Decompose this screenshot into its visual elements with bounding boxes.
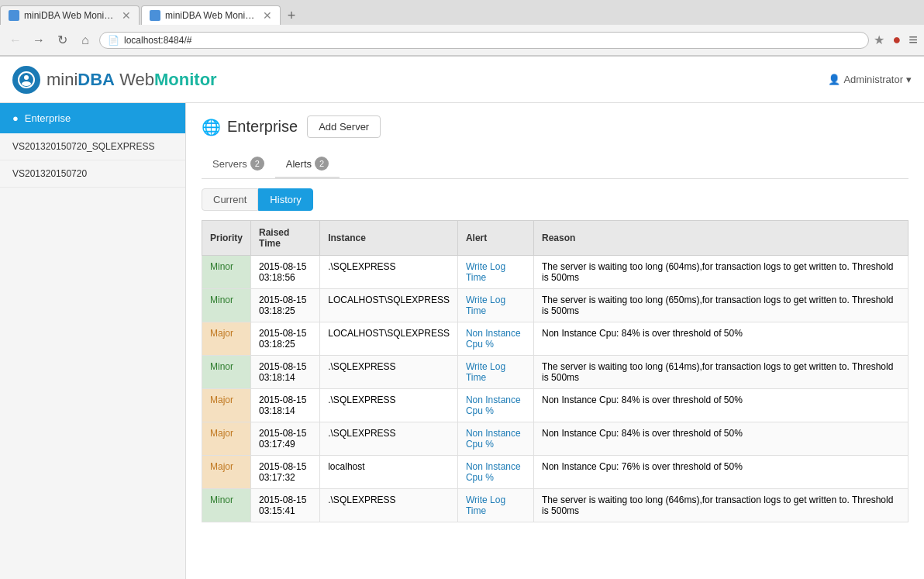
- cell-priority: Major: [202, 422, 251, 456]
- cell-instance: .\SQLEXPRESS: [320, 389, 458, 422]
- browser-tab-2[interactable]: miniDBA Web Monitor his... ✕: [141, 5, 281, 25]
- sidebar-server-1-label: VS201320150720_SQLEXPRESS: [12, 141, 154, 152]
- cell-alert[interactable]: Non Instance Cpu %: [457, 456, 533, 489]
- app-logo: miniDBA WebMonitor: [12, 66, 217, 94]
- user-icon: 👤: [828, 74, 840, 85]
- add-server-button[interactable]: Add Server: [307, 115, 381, 138]
- browser-chrome: miniDBA Web Monitor ✕ miniDBA Web Monito…: [0, 0, 924, 57]
- cell-raised-time: 2015-08-15 03:17:32: [251, 456, 320, 489]
- sidebar-item-enterprise[interactable]: ● Enterprise: [0, 103, 185, 133]
- cell-instance: .\SQLEXPRESS: [320, 356, 458, 389]
- table-row: Minor2015-08-15 03:18:56.\SQLEXPRESSWrit…: [202, 256, 908, 289]
- page-header: 🌐 Enterprise Add Server: [202, 115, 908, 138]
- tab-servers[interactable]: Servers 2: [202, 150, 275, 178]
- cell-alert[interactable]: Write Log Time: [457, 489, 533, 522]
- content-area: 🌐 Enterprise Add Server Servers 2 Alerts…: [186, 103, 924, 579]
- sidebar-server-2-label: VS201320150720: [12, 168, 87, 179]
- app-header: miniDBA WebMonitor 👤 Administrator ▾: [0, 57, 924, 103]
- extension-icon[interactable]: ●: [892, 32, 901, 48]
- bookmark-icon[interactable]: ★: [874, 33, 884, 47]
- cell-instance: localhost: [320, 456, 458, 489]
- cell-instance: .\SQLEXPRESS: [320, 489, 458, 522]
- logo-text: miniDBA WebMonitor: [47, 70, 217, 90]
- reload-button[interactable]: ↻: [53, 31, 71, 50]
- cell-raised-time: 2015-08-15 03:15:41: [251, 489, 320, 522]
- url-bar[interactable]: 📄 localhost:8484/#: [99, 32, 869, 49]
- table-row: Minor2015-08-15 03:18:25LOCALHOST\SQLEXP…: [202, 289, 908, 322]
- cell-priority: Minor: [202, 289, 251, 322]
- tab-servers-label: Servers: [212, 158, 247, 170]
- col-header-priority: Priority: [202, 221, 251, 256]
- enterprise-icon: ●: [12, 112, 19, 124]
- alerts-table: Priority Raised Time Instance Alert Reas…: [202, 220, 908, 522]
- logo-monitor: Monitor: [154, 70, 217, 89]
- tab-alerts-label: Alerts: [286, 158, 312, 170]
- menu-icon[interactable]: ≡: [908, 31, 918, 49]
- cell-raised-time: 2015-08-15 03:18:25: [251, 289, 320, 322]
- browser-tab-1[interactable]: miniDBA Web Monitor ✕: [0, 5, 140, 25]
- cell-alert[interactable]: Non Instance Cpu %: [457, 389, 533, 422]
- cell-priority: Minor: [202, 256, 251, 289]
- cell-reason: The server is waiting too long (646ms),f…: [534, 489, 908, 522]
- svg-point-1: [24, 75, 29, 80]
- cell-alert[interactable]: Write Log Time: [457, 289, 533, 322]
- cell-raised-time: 2015-08-15 03:17:49: [251, 422, 320, 456]
- logo-web: Web: [119, 70, 154, 89]
- page-title-text: Enterprise: [227, 118, 298, 136]
- cell-reason: Non Instance Cpu: 84% is over threshold …: [534, 322, 908, 356]
- main-tabs: Servers 2 Alerts 2: [202, 150, 908, 179]
- cell-alert[interactable]: Write Log Time: [457, 356, 533, 389]
- table-row: Major2015-08-15 03:17:32localhostNon Ins…: [202, 456, 908, 489]
- address-bar: ← → ↻ ⌂ 📄 localhost:8484/# ★ ● ≡: [0, 25, 924, 56]
- user-menu[interactable]: 👤 Administrator ▾: [828, 74, 912, 85]
- tab-label-2: miniDBA Web Monitor his...: [165, 10, 255, 21]
- cell-raised-time: 2015-08-15 03:18:14: [251, 356, 320, 389]
- logo-dba: DBA: [78, 70, 115, 89]
- sub-tab-current-label: Current: [213, 194, 247, 205]
- sub-tab-history[interactable]: History: [258, 188, 312, 211]
- forward-button[interactable]: →: [29, 31, 48, 50]
- tab-favicon-1: [9, 10, 19, 21]
- tab-favicon-2: [150, 10, 160, 21]
- sub-tab-current[interactable]: Current: [202, 188, 258, 211]
- back-button[interactable]: ←: [6, 31, 25, 50]
- cell-instance: .\SQLEXPRESS: [320, 422, 458, 456]
- sidebar-server-2[interactable]: VS201320150720: [0, 160, 185, 188]
- sidebar-item-enterprise-label: Enterprise: [25, 112, 71, 124]
- col-header-alert: Alert: [457, 221, 533, 256]
- cell-priority: Minor: [202, 489, 251, 522]
- url-text: localhost:8484/#: [124, 35, 860, 46]
- cell-alert[interactable]: Non Instance Cpu %: [457, 422, 533, 456]
- main-layout: ● Enterprise VS201320150720_SQLEXPRESS V…: [0, 103, 924, 579]
- table-row: Minor2015-08-15 03:18:14.\SQLEXPRESSWrit…: [202, 356, 908, 389]
- col-header-raised-time: Raised Time: [251, 221, 320, 256]
- logo-icon: [12, 66, 40, 94]
- cell-alert[interactable]: Non Instance Cpu %: [457, 322, 533, 356]
- tab-label-1: miniDBA Web Monitor: [24, 10, 114, 21]
- cell-raised-time: 2015-08-15 03:18:25: [251, 322, 320, 356]
- user-dropdown-icon: ▾: [906, 74, 912, 85]
- cell-instance: .\SQLEXPRESS: [320, 256, 458, 289]
- cell-raised-time: 2015-08-15 03:18:14: [251, 389, 320, 422]
- cell-alert[interactable]: Write Log Time: [457, 256, 533, 289]
- cell-reason: The server is waiting too long (650ms),f…: [534, 289, 908, 322]
- cell-priority: Minor: [202, 356, 251, 389]
- tab-alerts[interactable]: Alerts 2: [275, 150, 340, 178]
- user-name: Administrator: [843, 74, 903, 85]
- tab-close-2[interactable]: ✕: [263, 9, 272, 22]
- cell-reason: The server is waiting too long (604ms),f…: [534, 256, 908, 289]
- new-tab-button[interactable]: +: [282, 6, 301, 25]
- home-button[interactable]: ⌂: [76, 31, 95, 50]
- sub-tab-history-label: History: [270, 194, 301, 205]
- col-header-reason: Reason: [534, 221, 908, 256]
- sidebar-server-1[interactable]: VS201320150720_SQLEXPRESS: [0, 133, 185, 160]
- col-header-instance: Instance: [320, 221, 458, 256]
- tab-bar: miniDBA Web Monitor ✕ miniDBA Web Monito…: [0, 0, 924, 25]
- tab-close-1[interactable]: ✕: [122, 9, 131, 22]
- cell-reason: The server is waiting too long (614ms),f…: [534, 356, 908, 389]
- url-lock-icon: 📄: [108, 35, 119, 46]
- page-title: 🌐 Enterprise: [202, 118, 298, 136]
- sub-tabs: Current History: [202, 188, 908, 211]
- tab-servers-badge: 2: [250, 157, 264, 171]
- logo-mini: mini: [47, 70, 78, 89]
